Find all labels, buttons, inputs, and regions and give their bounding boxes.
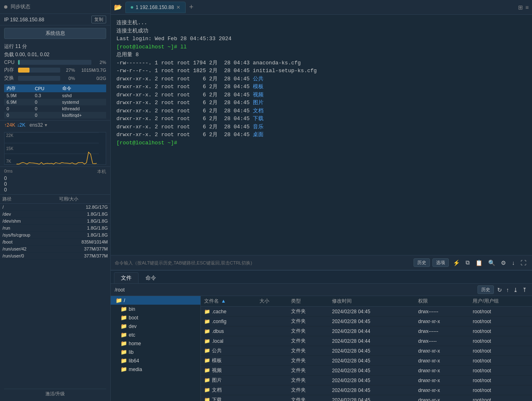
file-perm: drwx----- (415, 336, 469, 346)
fm-toolbar: /root 历史 ↻ ↑ ⤓ ⤒ (111, 284, 532, 296)
fm-file-row[interactable]: 📁.config 文件夹 2024/02/28 04:45 drwxr-xr-x… (201, 317, 532, 326)
lightning-icon[interactable]: ⚡ (451, 259, 462, 267)
copy-button[interactable]: 复制 (91, 16, 106, 23)
file-folder-icon: 📁 (204, 358, 210, 363)
sys-info-button[interactable]: 系统信息 (4, 28, 106, 39)
fm-file-row[interactable]: 📁下载 文件夹 2024/02/28 04:45 drwxr-xr-x root… (201, 395, 532, 401)
uptime-label: 运行 11 分 (4, 43, 27, 50)
fm-tree-item[interactable]: 📁etc (111, 330, 200, 339)
command-input[interactable] (115, 260, 411, 265)
disk-row[interactable]: /12.8G/17G (0, 204, 110, 211)
fm-col-name: 文件名 ▲ (201, 296, 256, 307)
settings-icon[interactable]: ⚙ (499, 259, 508, 267)
file-name: 📁公共 (201, 346, 256, 356)
swap-bar-bg (18, 76, 60, 81)
terminal-line: drwxr-xr-x. 2 root root 6 2月 28 04:45 文档 (116, 107, 526, 115)
activate-button[interactable]: 激活/升级 (4, 389, 106, 399)
terminal-line: drwxr-xr-x. 2 root root 6 2月 28 04:45 公共 (116, 75, 526, 83)
download-icon[interactable]: ↓ (510, 259, 516, 267)
tab-add-button[interactable]: + (189, 3, 193, 11)
latency-section: 0ms 本机 0 0 0 (0, 166, 110, 194)
terminal-line: drwxr-xr-x. 2 root root 6 2月 28 04:45 音乐 (116, 123, 526, 131)
fm-refresh-icon[interactable]: ↻ (496, 286, 503, 294)
cpu-row: CPU 2% (4, 59, 106, 65)
disk-row[interactable]: /run/user/0377M/377M (0, 253, 110, 260)
ip-row: IP 192.168.150.88 复制 (0, 14, 110, 25)
fm-file-row[interactable]: 📁.local 文件夹 2024/02/28 04:44 drwx----- r… (201, 336, 532, 346)
uptime-row: 运行 11 分 (4, 43, 106, 50)
fm-download-icon[interactable]: ⤓ (512, 286, 519, 294)
terminal-output: 连接主机...连接主机成功Last login: Wed Feb 28 04:4… (111, 15, 532, 255)
fm-tab-files[interactable]: 文件 (114, 272, 139, 283)
cpu-label: CPU (4, 59, 16, 65)
disk-row[interactable]: /sys/fs/cgroup1.8G/1.8G (0, 232, 110, 239)
proc-cmd: systemd (60, 99, 106, 105)
fm-file-row[interactable]: 📁公共 文件夹 2024/02/28 04:45 drwxr-xr-x root… (201, 346, 532, 356)
file-type: 文件夹 (288, 366, 329, 376)
fm-col-perm: 权限 (415, 296, 469, 307)
terminal-line: -rw-------. 1 root root 1794 2月 28 04:43… (116, 59, 526, 67)
fm-file-row[interactable]: 📁.cache 文件夹 2024/02/28 04:45 drwx------ … (201, 307, 532, 317)
disk-path: /run/user/42 (0, 246, 57, 253)
fm-tree-item[interactable]: 📁home (111, 339, 200, 348)
file-modified: 2024/02/28 04:45 (329, 395, 415, 401)
tab-item-0[interactable]: 1 192.168.150.88 ✕ (125, 2, 186, 13)
file-type: 文件夹 (288, 376, 329, 385)
file-size (256, 356, 288, 366)
tab-close-0[interactable]: ✕ (176, 5, 180, 10)
terminal-line: drwxr-xr-x. 2 root root 6 2月 28 04:45 图片 (116, 99, 526, 107)
paste-icon[interactable]: 📋 (474, 259, 484, 267)
disk-section: 路径 可用/大小 /12.8G/17G/dev1.8G/1.8G/dev/shm… (0, 194, 110, 386)
menu-button[interactable]: ≡ (525, 4, 529, 11)
main-area: 📂 1 192.168.150.88 ✕ + ⊞ ≡ 连接主机...连接主机成功… (111, 0, 532, 401)
fm-upload-icon[interactable]: ⤒ (521, 286, 528, 294)
file-perm: drwxr-xr-x (415, 376, 469, 385)
fm-history-button[interactable]: 历史 (477, 285, 494, 294)
latency-ms: 0ms (4, 169, 13, 175)
disk-row[interactable]: /run/user/42377M/377M (0, 246, 110, 253)
net-dropdown-icon[interactable]: ▾ (45, 122, 47, 128)
fm-tree-item[interactable]: 📁/ (111, 296, 200, 305)
stats-section: 运行 11 分 负载 0.00, 0.01, 0.02 CPU 2% 内存 27… (0, 41, 110, 84)
sync-dot (4, 5, 7, 9)
fm-file-row[interactable]: 📁.dbus 文件夹 2024/02/28 04:44 drwx------ r… (201, 326, 532, 336)
fm-tree-item[interactable]: 📁dev (111, 322, 200, 330)
file-modified: 2024/02/28 04:45 (329, 346, 415, 356)
sidebar: 同步状态 IP 192.168.150.88 复制 系统信息 运行 11 分 负… (0, 0, 111, 401)
disk-row[interactable]: /dev/shm1.8G/1.8G (0, 218, 110, 225)
disk-row[interactable]: /dev1.8G/1.8G (0, 211, 110, 218)
fm-file-row[interactable]: 📁图片 文件夹 2024/02/28 04:45 drwxr-xr-x root… (201, 376, 532, 385)
file-user: root/root (469, 326, 532, 336)
disk-row[interactable]: /boot835M/1014M (0, 239, 110, 246)
file-user: root/root (469, 317, 532, 326)
file-type: 文件夹 (288, 395, 329, 401)
file-folder-icon: 📁 (204, 377, 210, 383)
fm-file-row[interactable]: 📁模板 文件夹 2024/02/28 04:45 drwxr-xr-x root… (201, 356, 532, 366)
fm-tree-item[interactable]: 📁lib64 (111, 356, 200, 365)
fm-tree-item[interactable]: 📁boot (111, 313, 200, 322)
disk-size: 12.8G/17G (57, 204, 110, 211)
process-table: 内存 CPU 命令 5.9M0.3sshd6.9M0systemd00kthre… (4, 84, 106, 118)
process-section: 内存 CPU 命令 5.9M0.3sshd6.9M0systemd00kthre… (0, 84, 110, 118)
swap-label: 交换 (4, 75, 16, 82)
fm-col-modified: 修改时间 (329, 296, 415, 307)
fm-tree-item[interactable]: 📁bin (111, 305, 200, 313)
folder-icon[interactable]: 📂 (114, 3, 122, 11)
fullscreen-icon[interactable]: ⛶ (519, 259, 528, 267)
fm-file-row[interactable]: 📁文档 文件夹 2024/02/28 04:45 drwxr-xr-x root… (201, 385, 532, 395)
tree-item-label: media (129, 367, 142, 372)
disk-row[interactable]: /run1.8G/1.8G (0, 225, 110, 232)
fm-tree-item[interactable]: 📁media (111, 365, 200, 374)
history-button[interactable]: 历史 (414, 258, 430, 267)
copy-clipboard-icon[interactable]: ⧉ (464, 258, 471, 267)
fm-tree-item[interactable]: 📁lib (111, 348, 200, 356)
options-button[interactable]: 选项 (432, 258, 449, 267)
file-name: 📁.local (201, 336, 256, 346)
fm-file-row[interactable]: 📁视频 文件夹 2024/02/28 04:45 drwxr-xr-x root… (201, 366, 532, 376)
fm-tab-commands[interactable]: 命令 (139, 272, 163, 283)
fm-up-icon[interactable]: ↑ (505, 286, 510, 294)
fm-col-type: 类型 (288, 296, 329, 307)
network-graph: 22K 15K 7K (4, 132, 106, 165)
grid-view-button[interactable]: ⊞ (518, 4, 523, 11)
search-icon[interactable]: 🔍 (487, 259, 497, 267)
